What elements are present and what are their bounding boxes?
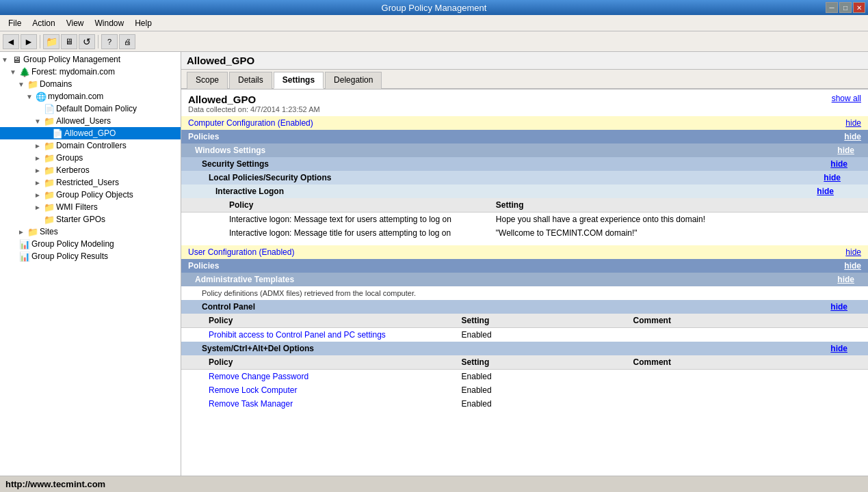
computer-config-link[interactable]: Computer Configuration (Enabled) [188, 118, 313, 128]
icon-allowed-gpo: 📄 [52, 128, 63, 139]
policy-cad-link-3[interactable]: Remove Task Manager [209, 399, 293, 409]
toggle-allowed-users: ▼ [34, 118, 44, 125]
policy-cad-3: Remove Task Manager [181, 397, 456, 411]
sidebar-item-gp-modeling[interactable]: 📊 Group Policy Modeling [0, 238, 181, 250]
sidebar-item-domain-controllers[interactable]: ► 📁 Domain Controllers [0, 139, 181, 152]
user-config-link[interactable]: User Configuration (Enabled) [188, 247, 294, 257]
sidebar-item-allowed-gpo[interactable]: 📄 Allowed_GPO [0, 127, 181, 139]
setting-cad-1: Enabled [456, 370, 628, 384]
sidebar-item-sites[interactable]: ► 📁 Sites [0, 226, 181, 238]
tab-delegation[interactable]: Delegation [325, 72, 382, 89]
toggle-root: ▼ [1, 56, 11, 64]
toggle-groups: ► [34, 154, 44, 162]
setting-cad-3: Enabled [456, 397, 628, 411]
user-policies-hide[interactable]: hide [844, 261, 861, 271]
ctrl-alt-del-header: System/Ctrl+Alt+Del Options hide [181, 342, 868, 355]
table-row: Remove Lock Computer Enabled [181, 383, 868, 397]
sidebar-label-gp-modeling: Group Policy Modeling [31, 239, 114, 249]
sidebar-item-allowed-users[interactable]: ▼ 📁 Allowed_Users [0, 115, 181, 127]
menu-action[interactable]: Action [27, 17, 60, 29]
help-button[interactable]: ? [101, 34, 118, 49]
settings-left: Allowed_GPO Data collected on: 4/7/2014 … [188, 94, 320, 113]
user-policies-label: Policies [188, 261, 219, 271]
tab-settings[interactable]: Settings [274, 72, 324, 89]
sidebar-item-forest[interactable]: ▼ 🌲 Forest: mydomain.com [0, 66, 181, 78]
toggle-wmi-filters: ► [34, 204, 44, 211]
status-bar: http://www.tecmint.com [0, 476, 868, 492]
icon-forest: 🌲 [19, 66, 30, 77]
menu-help[interactable]: Help [129, 17, 157, 29]
main-container: ▼ 🖥 Group Policy Management ▼ 🌲 Forest: … [0, 52, 868, 476]
local-policies-hide[interactable]: hide [824, 173, 841, 182]
sidebar-item-mydomain[interactable]: ▼ 🌐 mydomain.com [0, 90, 181, 102]
th-setting-cad: Setting [456, 355, 628, 370]
print-button[interactable]: 🖨 [119, 34, 135, 49]
table-row: Prohibit access to Control Panel and PC … [181, 328, 868, 342]
admin-templates-hide[interactable]: hide [837, 275, 854, 284]
sidebar-item-root[interactable]: ▼ 🖥 Group Policy Management [0, 53, 181, 66]
sidebar-item-gpo[interactable]: ► 📁 Group Policy Objects [0, 189, 181, 201]
sidebar-item-gp-results[interactable]: 📊 Group Policy Results [0, 250, 181, 262]
sidebar-label-default-domain: Default Domain Policy [56, 104, 137, 113]
menu-window[interactable]: Window [90, 17, 130, 29]
policies-hide[interactable]: hide [844, 132, 861, 141]
sidebar-label-mydomain: mydomain.com [48, 92, 103, 101]
manage-computer-button[interactable]: 🖥 [61, 34, 77, 49]
minimize-button[interactable]: ─ [826, 2, 838, 13]
interactive-logon-hide[interactable]: hide [817, 187, 834, 196]
sidebar-label-restricted-users: Restricted_Users [56, 178, 119, 187]
toggle-default-domain [34, 105, 44, 113]
show-all-link[interactable]: show all [832, 94, 861, 103]
comment-cad-3 [628, 397, 868, 411]
refresh-button[interactable]: ↺ [79, 34, 95, 49]
control-panel-hide[interactable]: hide [830, 302, 847, 312]
tab-details[interactable]: Details [229, 72, 272, 89]
th-setting-1: Setting [490, 198, 868, 213]
sidebar-item-domains[interactable]: ▼ 📁 Domains [0, 78, 181, 90]
window-controls[interactable]: ─ □ ✕ [826, 2, 865, 13]
sidebar-item-kerberos[interactable]: ► 📁 Kerberos [0, 164, 181, 176]
forward-button[interactable]: ► [21, 34, 37, 49]
toggle-restricted-users: ► [34, 179, 44, 187]
control-panel-header: Control Panel hide [181, 300, 868, 314]
ctrl-alt-del-hide[interactable]: hide [830, 344, 847, 353]
computer-config-header: Computer Configuration (Enabled) hide [181, 116, 868, 130]
interactive-logon-table: Policy Setting Interactive logon: Messag… [181, 198, 868, 240]
sidebar-item-wmi-filters[interactable]: ► 📁 WMI Filters [0, 201, 181, 213]
menu-file[interactable]: File [3, 17, 27, 29]
local-policies-header: Local Policies/Security Options hide [181, 171, 868, 184]
sidebar-label-allowed-gpo: Allowed_GPO [64, 128, 116, 138]
maximize-button[interactable]: □ [839, 2, 852, 13]
sidebar: ▼ 🖥 Group Policy Management ▼ 🌲 Forest: … [0, 52, 181, 476]
policy-cad-2: Remove Lock Computer [181, 383, 456, 397]
toggle-domains: ▼ [18, 81, 27, 88]
sidebar-label-gp-results: Group Policy Results [31, 251, 108, 261]
menu-view[interactable]: View [61, 17, 90, 29]
policy-cp-link-1[interactable]: Prohibit access to Control Panel and PC … [209, 330, 386, 340]
security-settings-hide[interactable]: hide [830, 159, 847, 169]
toggle-gp-results [10, 253, 19, 260]
policy-cad-link-1[interactable]: Remove Change Password [209, 372, 308, 381]
sidebar-item-starter-gpos[interactable]: 📁 Starter GPOs [0, 213, 181, 226]
show-hide-tree-button[interactable]: 📁 [43, 34, 60, 49]
sidebar-item-groups[interactable]: ► 📁 Groups [0, 152, 181, 164]
close-button[interactable]: ✕ [853, 2, 865, 13]
table-row: Interactive logon: Message title for use… [181, 226, 868, 240]
windows-settings-hide[interactable]: hide [837, 146, 854, 155]
th-comment-cp: Comment [628, 314, 868, 328]
back-button[interactable]: ◄ [3, 34, 19, 49]
content-area: Allowed_GPO Scope Details Settings Deleg… [181, 52, 868, 476]
computer-config-hide[interactable]: hide [845, 118, 861, 128]
user-policies-header: Policies hide [181, 259, 868, 273]
user-config-hide[interactable]: hide [845, 247, 861, 257]
sidebar-item-default-domain[interactable]: 📄 Default Domain Policy [0, 102, 181, 115]
sidebar-item-restricted-users[interactable]: ► 📁 Restricted_Users [0, 176, 181, 189]
comment-cad-1 [628, 370, 868, 384]
window-title: Group Policy Management [382, 3, 487, 13]
icon-kerberos: 📁 [44, 165, 55, 176]
tab-scope[interactable]: Scope [187, 72, 228, 89]
policy-cad-link-2[interactable]: Remove Lock Computer [209, 385, 297, 395]
comment-cad-2 [628, 383, 868, 397]
gpo-header: Allowed_GPO [181, 52, 868, 70]
admin-templates-header: Administrative Templates hide [181, 273, 868, 286]
